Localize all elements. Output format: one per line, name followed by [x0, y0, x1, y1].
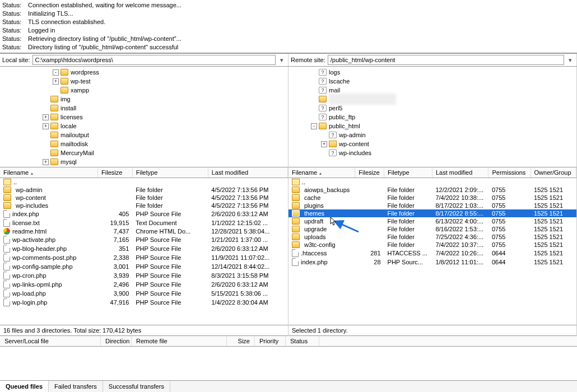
remote-path-dropdown[interactable]: ▾ — [566, 57, 574, 64]
tree-item[interactable]: -public_html — [288, 122, 576, 130]
local-tree[interactable]: -wordpress+wp-testxamppimginstall+licens… — [0, 67, 288, 167]
file-size: 2,496 — [98, 280, 133, 289]
tree-expand-icon[interactable]: + — [321, 141, 327, 147]
tree-expand-icon[interactable]: - — [311, 123, 317, 129]
remote-path-input[interactable] — [328, 55, 564, 65]
tree-label: mailoutput — [61, 132, 89, 138]
tree-expand-icon[interactable]: + — [43, 159, 49, 165]
table-row[interactable]: wp-includesFile folder4/5/2022 7:13:56 P… — [0, 202, 288, 209]
column-header[interactable]: Filename▴ — [0, 167, 98, 178]
table-row[interactable]: wp-links-opml.php2,496PHP Source File2/6… — [0, 280, 288, 289]
tree-item[interactable]: ?perl5 — [288, 104, 576, 113]
tree-item[interactable]: ?logs — [288, 68, 576, 77]
column-header[interactable]: Owner/Group — [531, 167, 576, 178]
file-name: upgrade — [304, 226, 327, 232]
column-header[interactable]: Filesize — [98, 167, 133, 178]
table-row[interactable]: wp-blog-header.php351PHP Source File2/6/… — [0, 244, 288, 253]
tree-item[interactable]: +wp-test — [0, 77, 288, 86]
table-row[interactable]: readme.html7,437Chrome HTML Do...12/28/2… — [0, 227, 288, 235]
local-file-list[interactable]: Filename▴FilesizeFiletypeLast modified..… — [0, 167, 288, 325]
folder-icon — [61, 78, 68, 85]
tree-item[interactable]: MercuryMail — [0, 148, 288, 157]
queue-body[interactable] — [0, 347, 577, 380]
transfer-tab[interactable]: Failed transfers — [49, 381, 103, 392]
tree-item[interactable]: ?wp-admin — [288, 130, 576, 139]
table-row[interactable]: license.txt19,915Text Document1/1/2022 1… — [0, 218, 288, 227]
tree-item[interactable]: install — [0, 104, 288, 113]
tree-item[interactable]: mailtodisk — [0, 139, 288, 148]
tree-item[interactable]: +wp-content — [288, 139, 576, 148]
local-site-label: Local site: — [2, 57, 30, 63]
file-name: .. — [302, 179, 305, 185]
column-header[interactable]: Last modified — [432, 167, 488, 178]
tree-item[interactable] — [288, 95, 576, 104]
folder-icon — [3, 186, 11, 193]
transfer-tab[interactable]: Successful transfers — [103, 381, 170, 392]
tree-label: img — [61, 96, 71, 102]
table-row[interactable]: .. — [0, 178, 288, 186]
column-header[interactable]: Filetype — [384, 167, 432, 178]
table-row[interactable]: wp-contentFile folder4/5/2022 7:13:56 PM — [0, 194, 288, 202]
table-row[interactable]: wp-cron.php3,939PHP Source File8/3/2021 … — [0, 271, 288, 280]
column-header[interactable]: Filename▴ — [288, 167, 355, 178]
queue-column-header[interactable]: Priority — [255, 336, 286, 346]
column-header[interactable]: Last modified — [208, 167, 287, 178]
queue-column-header[interactable]: Status — [286, 336, 319, 346]
file-owner: 1525 1521 — [531, 209, 576, 217]
file-modified: 1/4/2022 8:30:04 AM — [208, 298, 287, 307]
file-name: wp-comments-post.php — [12, 254, 76, 261]
column-header[interactable]: Filesize — [355, 167, 384, 178]
file-size — [355, 209, 384, 217]
remote-tree[interactable]: ?logs?lscache?mail?perl5?public_ftp-publ… — [288, 67, 576, 167]
table-row[interactable]: wp-comments-post.php2,338PHP Source File… — [0, 253, 288, 262]
tree-item[interactable]: img — [0, 95, 288, 104]
table-row[interactable]: aiowps_backupsFile folder12/2/2021 2:09:… — [288, 186, 576, 194]
tree-item[interactable]: mailoutput — [0, 130, 288, 139]
tree-label: wp-test — [71, 78, 90, 85]
column-header[interactable]: Filetype — [132, 167, 208, 178]
transfer-tab[interactable]: Queued files — [0, 381, 49, 392]
tree-item[interactable]: ?lscache — [288, 77, 576, 86]
tree-item[interactable]: +mysql — [0, 157, 288, 166]
tree-item[interactable]: ?wp-includes — [288, 148, 576, 157]
table-row[interactable]: wp-login.php47,916PHP Source File1/4/202… — [0, 298, 288, 307]
local-path-input[interactable] — [32, 55, 276, 65]
tree-expand-icon[interactable]: - — [53, 69, 59, 76]
table-row[interactable]: index.php28PHP Sourc...1/8/2012 11:01:..… — [288, 258, 576, 267]
file-type: PHP Source File — [132, 298, 208, 307]
queue-column-header[interactable]: Remote file — [132, 336, 227, 346]
table-row[interactable]: cacheFile folder7/4/2022 10:38:...075515… — [288, 194, 576, 202]
tree-item[interactable]: -wordpress — [0, 68, 288, 77]
folder-icon — [292, 186, 300, 193]
column-header[interactable]: Permissions — [488, 167, 531, 178]
queue-column-header[interactable]: Direction — [101, 336, 132, 346]
tree-item[interactable]: +licenses — [0, 113, 288, 122]
table-row[interactable]: w3tc-configFile folder7/4/2022 10:37:...… — [288, 241, 576, 249]
file-permissions: 0755 — [488, 241, 531, 249]
tree-item[interactable]: ?public_ftp — [288, 113, 576, 122]
table-row[interactable]: wp-config-sample.php3,001PHP Source File… — [0, 262, 288, 271]
tree-expand-icon[interactable]: + — [53, 78, 59, 85]
file-type: File folder — [384, 209, 432, 217]
table-row[interactable]: pluginsFile folder8/17/2022 1:03:...0755… — [288, 202, 576, 209]
folder-icon — [3, 202, 11, 209]
remote-file-list[interactable]: Filename▴FilesizeFiletypeLast modifiedPe… — [288, 167, 576, 325]
table-row[interactable]: wp-load.php3,900PHP Source File5/15/2021… — [0, 289, 288, 298]
file-modified: 7/25/2022 4:36:... — [432, 233, 488, 241]
local-path-dropdown[interactable]: ▾ — [278, 57, 286, 64]
file-name: index.php — [301, 259, 328, 265]
table-row[interactable]: themesFile folder8/17/2022 8:55:...07551… — [288, 209, 576, 217]
tree-label: logs — [329, 69, 340, 76]
queue-column-header[interactable]: Server/Local file — [0, 336, 101, 346]
tree-item[interactable]: +locale — [0, 122, 288, 130]
table-row[interactable]: index.php405PHP Source File2/6/2020 6:33… — [0, 209, 288, 218]
tree-expand-icon[interactable]: + — [43, 114, 49, 120]
tree-item[interactable]: xampp — [0, 86, 288, 95]
table-row[interactable]: .. — [288, 178, 576, 186]
table-row[interactable]: wp-adminFile folder4/5/2022 7:13:56 PM — [0, 186, 288, 194]
tree-expand-icon[interactable]: + — [43, 123, 49, 129]
queue-column-header[interactable]: Size — [227, 336, 255, 346]
table-row[interactable]: wp-activate.php7,165PHP Source File1/21/… — [0, 235, 288, 244]
table-row[interactable]: .htaccess281HTACCESS ...7/4/2022 10:26:.… — [288, 249, 576, 258]
table-row[interactable]: uploadsFile folder7/25/2022 4:36:...0755… — [288, 233, 576, 241]
